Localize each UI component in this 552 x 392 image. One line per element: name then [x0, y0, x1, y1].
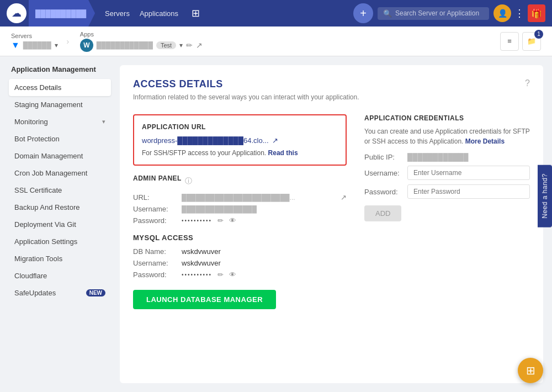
edit-icon[interactable]: ✏: [186, 41, 193, 50]
gift-icon[interactable]: 🎁: [528, 4, 545, 22]
admin-password-dots: ••••••••••: [182, 218, 212, 224]
sidebar-item-label: Monitoring: [14, 118, 48, 126]
top-navigation: ☁ ██████████ Servers Applications ⊞ + 🔍 …: [0, 0, 552, 27]
db-name-label: DB Name:: [133, 247, 177, 256]
search-bar[interactable]: 🔍: [378, 7, 489, 20]
add-button[interactable]: +: [353, 3, 373, 23]
search-icon: 🔍: [383, 9, 392, 18]
nav-links: Servers Applications ⊞: [105, 7, 200, 19]
user-avatar[interactable]: 👤: [493, 4, 511, 22]
ssh-note: For SSH/SFTP access to your Application.…: [142, 149, 338, 157]
more-details-link[interactable]: More Details: [465, 137, 505, 145]
mysql-password-view-icon[interactable]: 👁: [229, 271, 236, 279]
need-a-hand-button[interactable]: Need a hand?: [538, 165, 552, 227]
sidebar-item-staging-management[interactable]: Staging Management: [9, 96, 111, 113]
logo[interactable]: ☁: [7, 3, 26, 23]
apps-value: W ████████████ Test ▾ ✏ ↗: [80, 39, 203, 52]
sidebar-item-label: Deployment Via Git: [14, 220, 76, 229]
wordpress-icon: W: [80, 39, 93, 52]
server-breadcrumb[interactable]: ██████████: [29, 0, 95, 27]
apps-section: Apps W ████████████ Test ▾ ✏ ↗: [80, 31, 203, 52]
server-name: ██████████: [35, 9, 86, 18]
sidebar-item-label: Cloudflare: [14, 272, 47, 280]
admin-password-label: Password:: [133, 216, 177, 225]
sidebar-item-deployment-via-git[interactable]: Deployment Via Git: [9, 216, 111, 233]
app-url-value: wordpress-█████████████64.clo...: [142, 136, 269, 145]
admin-username-value: ████████████████: [182, 205, 347, 213]
mysql-username-value: wskdvwuver: [182, 259, 347, 267]
cred-password-input[interactable]: [407, 184, 530, 199]
launch-database-manager-button[interactable]: LAUNCH DATABASE MANAGER: [133, 290, 276, 309]
admin-panel-section: ADMIN PANEL ⓘ URL: █████████████████████…: [133, 174, 347, 225]
sidebar-item-cloudflare[interactable]: Cloudflare: [9, 267, 111, 284]
credentials-panel: APPLICATION CREDENTIALS You can create a…: [364, 114, 530, 309]
files-button[interactable]: 📁 1: [522, 32, 541, 51]
admin-url-label: URL:: [133, 193, 177, 202]
vultr-icon: ▼: [11, 40, 20, 50]
sidebar-item-label: Staging Management: [14, 100, 83, 109]
sidebar-item-ssl-certificate[interactable]: SSL Certificate: [9, 182, 111, 199]
public-ip-value: ████████████: [407, 153, 469, 161]
secondary-nav-right: ≡ 📁 1: [500, 32, 541, 51]
server-name-secondary: ██████: [23, 41, 51, 49]
app-dropdown-icon[interactable]: ▾: [179, 41, 183, 49]
sidebar-item-label: Bot Protection: [14, 135, 60, 143]
app-url-external-icon[interactable]: ↗: [272, 136, 278, 145]
admin-username-label: Username:: [133, 205, 177, 213]
sidebar-title: Application Management: [9, 65, 111, 73]
admin-password-edit-icon[interactable]: ✏: [217, 216, 224, 225]
grid-icon[interactable]: ⊞: [192, 7, 200, 19]
fab-button[interactable]: ⊞: [518, 358, 543, 383]
list-view-button[interactable]: ≡: [500, 32, 519, 51]
servers-nav-link[interactable]: Servers: [105, 9, 130, 18]
sidebar-item-label: SafeUpdates: [14, 289, 56, 297]
folder-icon: 📁: [527, 37, 536, 45]
sidebar-item-label: Domain Management: [14, 152, 83, 160]
server-dropdown-icon[interactable]: ▾: [55, 41, 58, 49]
apps-label: Apps: [80, 31, 203, 38]
cred-username-label: Username:: [364, 169, 403, 177]
admin-panel-label: ADMIN PANEL: [133, 174, 182, 182]
sidebar-item-label: Access Details: [14, 83, 61, 92]
external-link-icon[interactable]: ↗: [196, 41, 203, 50]
main-layout: Application Management Access DetailsSta…: [0, 56, 552, 392]
cred-password-label: Password:: [364, 188, 403, 196]
applications-nav-link[interactable]: Applications: [140, 9, 178, 18]
sidebar-item-domain-management[interactable]: Domain Management: [9, 147, 111, 165]
sidebar: Application Management Access DetailsSta…: [9, 65, 111, 383]
more-options-icon[interactable]: ⋮: [514, 7, 524, 19]
sidebar-item-safeupdates[interactable]: SafeUpdatesNEW: [9, 284, 111, 301]
page-title: ACCESS DETAILS: [133, 78, 223, 90]
sidebar-item-backup-and-restore[interactable]: Backup And Restore: [9, 199, 111, 216]
search-input[interactable]: [395, 9, 484, 17]
admin-panel-info-icon[interactable]: ⓘ: [185, 176, 192, 186]
sidebar-item-bot-protection[interactable]: Bot Protection: [9, 130, 111, 147]
sidebar-item-application-settings[interactable]: Application Settings: [9, 233, 111, 250]
files-badge: 1: [534, 30, 543, 39]
help-icon[interactable]: ?: [525, 78, 530, 88]
admin-password-view-icon[interactable]: 👁: [229, 216, 236, 225]
secondary-navigation: Servers ▼ ██████ ▾ › Apps W ████████████…: [0, 27, 552, 56]
mysql-title: MYSQL ACCESS: [133, 234, 347, 242]
cred-username-input[interactable]: [407, 166, 530, 180]
sidebar-item-label: Migration Tools: [14, 255, 62, 263]
read-this-link[interactable]: Read this: [268, 149, 298, 157]
mysql-password-label: Password:: [133, 271, 177, 279]
servers-section: Servers ▼ ██████ ▾: [11, 33, 58, 50]
cloud-icon: ☁: [7, 3, 26, 23]
credentials-title: APPLICATION CREDENTIALS: [364, 114, 530, 122]
db-name-value: wskdvwuver: [182, 247, 347, 256]
sidebar-item-access-details[interactable]: Access Details: [9, 79, 111, 96]
sidebar-item-cron-job-management[interactable]: Cron Job Management: [9, 165, 111, 182]
sidebar-item-monitoring[interactable]: Monitoring▾: [9, 113, 111, 130]
application-url-section: APPLICATION URL wordpress-█████████████6…: [133, 114, 347, 166]
app-url-label: APPLICATION URL: [142, 123, 338, 131]
admin-url-external-icon[interactable]: ↗: [341, 193, 347, 202]
app-badge: Test: [156, 41, 176, 49]
sidebar-item-label: Cron Job Management: [14, 169, 87, 177]
add-credentials-button[interactable]: ADD: [364, 205, 401, 221]
sidebar-item-migration-tools[interactable]: Migration Tools: [9, 250, 111, 267]
mysql-password-edit-icon[interactable]: ✏: [217, 271, 224, 279]
chevron-down-icon: ▾: [102, 118, 105, 125]
admin-url-value: ███████████████████████...: [182, 194, 335, 202]
